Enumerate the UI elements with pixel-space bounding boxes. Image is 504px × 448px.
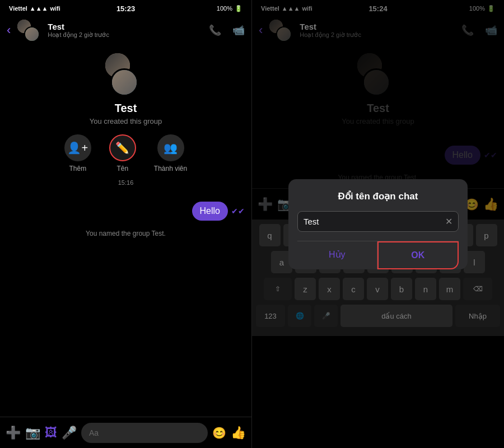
battery-left: 100% 🔋: [217, 5, 242, 12]
ok-button[interactable]: OK: [377, 241, 459, 269]
avatar-2-left: [24, 26, 40, 42]
pencil-icon-left: ✏️: [115, 141, 129, 155]
nav-icons-left: 📞 📹: [209, 24, 245, 36]
wifi-icon-left: wifi: [50, 5, 60, 12]
left-phone: Viettel ▲▲▲ wifi 15:23 100% 🔋 ‹ Test Hoạ…: [0, 0, 252, 448]
status-bar-left: Viettel ▲▲▲ wifi 15:23 100% 🔋: [0, 0, 251, 16]
rename-dialog: Đổi tên đoạn chat Test ✕ Hủy OK: [288, 179, 468, 269]
camera-icon-left[interactable]: 📷: [25, 426, 40, 440]
mic-icon-left[interactable]: 🎤: [62, 426, 77, 440]
system-msg-left: You named the group Test.: [7, 230, 245, 237]
dialog-input-row[interactable]: Test ✕: [297, 211, 459, 232]
profile-avatars-left: [104, 52, 148, 96]
action-row-left: 👤+ Thêm ✏️ Tên 👥 Thành viên: [64, 134, 187, 172]
text-input-left[interactable]: Aa: [81, 423, 208, 443]
nav-bar-left: ‹ Test Hoạt động 2 giờ trước 📞 📹: [0, 16, 251, 45]
profile-name-left: Test: [115, 102, 137, 115]
name-label-left: Tên: [116, 165, 128, 172]
nav-status-left: Hoạt động 2 giờ trước: [48, 31, 204, 39]
check-icon-left: ✔✔: [231, 207, 245, 216]
add-icon-circle-left: 👤+: [64, 134, 91, 161]
thumb-icon-left[interactable]: 👍: [231, 426, 246, 440]
members-icon-left: 👥: [164, 141, 178, 155]
time-left: 15:23: [116, 4, 135, 13]
chat-area-left: Hello ✔✔ You named the group Test.: [0, 202, 251, 417]
cancel-button[interactable]: Hủy: [297, 241, 377, 269]
battery-icon-left: 🔋: [235, 5, 242, 12]
input-bar-left: ➕ 📷 🖼 🎤 Aa 😊 👍: [0, 417, 251, 448]
phone-icon-left[interactable]: 📞: [209, 24, 221, 36]
image-icon-left[interactable]: 🖼: [45, 426, 57, 440]
bubble-hello-left: Hello: [192, 202, 228, 221]
signal-icon-left: ▲▲▲: [30, 5, 48, 12]
action-add-left[interactable]: 👤+ Thêm: [64, 134, 91, 172]
add-icon-left: 👤+: [67, 141, 88, 155]
dialog-clear-button[interactable]: ✕: [445, 216, 452, 227]
profile-avatar-2-left: [110, 68, 138, 96]
members-icon-circle-left: 👥: [157, 134, 184, 161]
dialog-title: Đổi tên đoạn chat: [297, 190, 459, 202]
emoji-icon-left[interactable]: 😊: [212, 426, 226, 440]
bubble-row-left: Hello ✔✔: [7, 202, 245, 221]
action-name-left[interactable]: ✏️ Tên: [109, 134, 136, 172]
input-placeholder-left: Aa: [89, 428, 99, 437]
carrier-left: Viettel ▲▲▲ wifi: [9, 5, 60, 12]
action-members-left[interactable]: 👥 Thành viên: [154, 134, 187, 172]
dialog-actions: Hủy OK: [297, 241, 459, 269]
nav-name-left: Test: [48, 22, 204, 31]
dialog-overlay: Đổi tên đoạn chat Test ✕ Hủy OK: [252, 0, 504, 448]
profile-section-left: Test You created this group 👤+ Thêm ✏️ T…: [0, 45, 251, 202]
members-label-left: Thành viên: [154, 165, 187, 172]
back-button-left[interactable]: ‹: [7, 23, 11, 38]
name-icon-circle-left: ✏️: [109, 134, 136, 161]
profile-sub-left: You created this group: [90, 117, 162, 125]
nav-avatar-left: [16, 18, 40, 42]
nav-info-left: Test Hoạt động 2 giờ trước: [48, 22, 204, 39]
video-icon-left[interactable]: 📹: [232, 24, 245, 36]
right-phone: Viettel ▲▲▲ wifi 15:24 100% 🔋 ‹ Test Hoạ…: [252, 0, 504, 448]
add-label-left: Thêm: [69, 165, 86, 172]
plus-icon-left[interactable]: ➕: [6, 426, 21, 440]
dialog-input-value[interactable]: Test: [304, 217, 445, 226]
timestamp-left: 15:16: [118, 179, 134, 186]
